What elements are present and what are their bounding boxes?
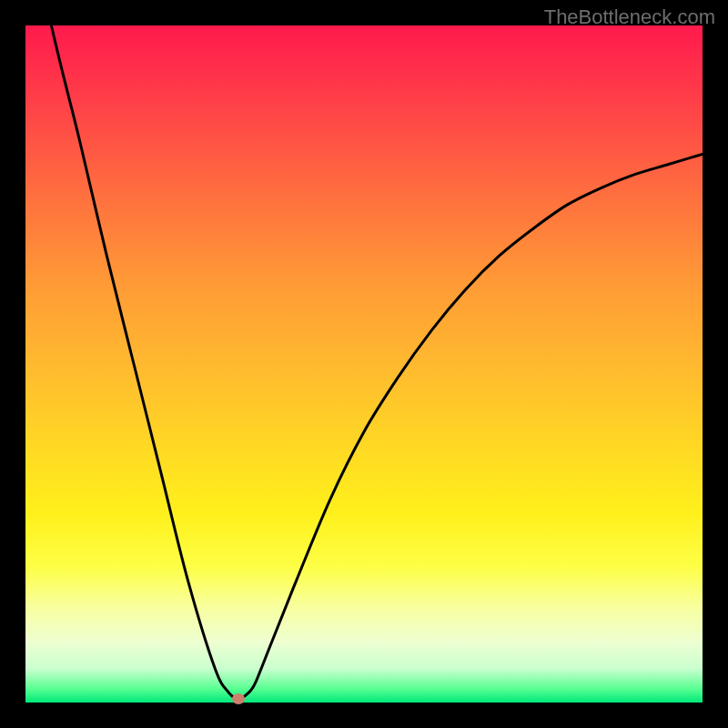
- optimum-marker: [232, 693, 245, 704]
- curve-svg: [25, 25, 703, 703]
- plot-area: [25, 25, 703, 703]
- watermark-text: TheBottleneck.com: [544, 5, 715, 29]
- bottleneck-curve: [25, 25, 703, 699]
- chart-frame: TheBottleneck.com: [0, 0, 728, 728]
